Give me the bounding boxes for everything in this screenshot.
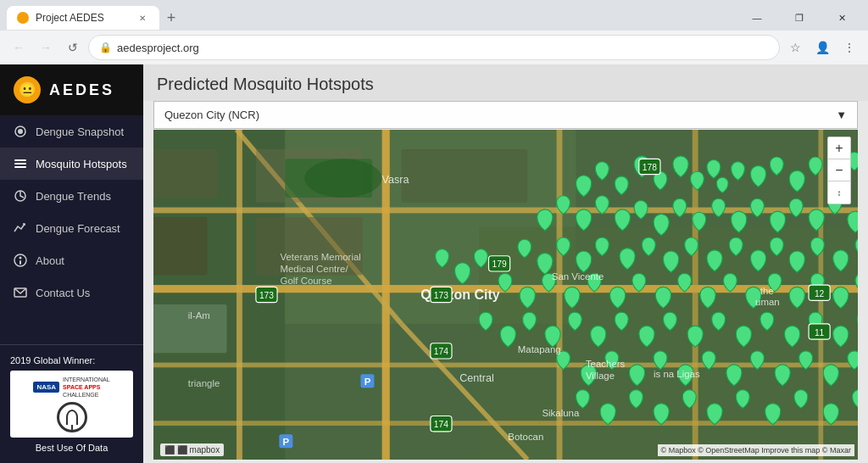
dengue-snapshot-icon xyxy=(14,125,27,138)
new-tab-button[interactable]: + xyxy=(159,6,183,30)
space-apps-badge: INTERNATIONAL SPACE APPS CHALLENGE xyxy=(63,376,110,399)
svg-text:Veterans Memorial: Veterans Memorial xyxy=(280,252,360,262)
logo-text: AEDES xyxy=(49,81,114,99)
svg-rect-3 xyxy=(14,163,26,165)
url-text: aedesproject.org xyxy=(117,42,769,54)
sidebar-nav: Dengue Snapshot Mosquito Hotspots Dengue… xyxy=(0,115,143,344)
minimize-button[interactable]: — xyxy=(737,6,776,30)
svg-text:San Vicente: San Vicente xyxy=(552,271,604,282)
browser-titlebar: Project AEDES ✕ + — ❐ ✕ xyxy=(0,0,868,31)
bookmark-button[interactable]: ☆ xyxy=(783,36,807,59)
svg-text:il-Am: il-Am xyxy=(188,310,210,321)
svg-text:Sikaluna: Sikaluna xyxy=(542,408,580,418)
svg-point-31 xyxy=(304,159,382,198)
profile-button[interactable]: 👤 xyxy=(810,36,834,59)
forward-button[interactable]: → xyxy=(34,36,58,59)
sidebar-item-label: Dengue Snapshot xyxy=(36,126,124,138)
svg-text:174: 174 xyxy=(434,420,448,429)
svg-text:11: 11 xyxy=(815,328,825,337)
sidebar-item-label: About xyxy=(36,254,64,267)
award-best-use: Best Use Of Data xyxy=(10,443,133,453)
svg-text:is na Ligas: is na Ligas xyxy=(654,369,700,379)
tab-favicon xyxy=(17,12,29,24)
svg-rect-4 xyxy=(14,166,26,168)
svg-text:178: 178 xyxy=(643,163,657,172)
tab-title: Project AEDES xyxy=(36,12,104,24)
sidebar-item-dengue-forecast[interactable]: Dengue Forecast xyxy=(0,212,143,244)
app-container: 😐 AEDES Dengue Snapshot Mosquito xyxy=(0,64,868,463)
svg-text:Teachers: Teachers xyxy=(586,359,626,369)
back-button[interactable]: ← xyxy=(7,36,31,59)
svg-text:Medical Centre/: Medical Centre/ xyxy=(280,264,348,274)
tab-close-button[interactable]: ✕ xyxy=(136,11,149,25)
contact-icon xyxy=(14,286,27,299)
svg-text:Botocan: Botocan xyxy=(508,432,543,442)
dengue-forecast-icon xyxy=(14,221,27,235)
refresh-button[interactable]: ↺ xyxy=(61,36,85,59)
address-bar[interactable]: 🔒 aedesproject.org xyxy=(88,35,780,60)
map-svg: Quezon City Vasra Veterans Memorial Medi… xyxy=(153,130,858,460)
dengue-trends-icon xyxy=(14,189,27,203)
svg-text:uman: uman xyxy=(755,297,780,307)
about-icon xyxy=(14,254,27,267)
sidebar-item-about[interactable]: About xyxy=(0,244,143,276)
mosquito-hotspots-icon xyxy=(14,157,27,170)
sidebar-item-label: Contact Us xyxy=(36,287,90,299)
sidebar-item-label: Dengue Forecast xyxy=(36,222,120,235)
svg-rect-2 xyxy=(14,159,26,161)
lock-icon: 🔒 xyxy=(99,42,112,53)
sidebar: 😐 AEDES Dengue Snapshot Mosquito xyxy=(0,64,143,463)
sidebar-item-label: Dengue Trends xyxy=(36,190,111,203)
nasa-badge: NASA xyxy=(33,382,59,393)
zoom-in-button[interactable]: + xyxy=(828,137,850,159)
close-button[interactable]: ✕ xyxy=(822,6,861,30)
browser-tab[interactable]: Project AEDES ✕ xyxy=(7,6,159,30)
chevron-down-icon: ▼ xyxy=(836,109,847,121)
svg-point-6 xyxy=(19,257,22,259)
svg-rect-17 xyxy=(153,421,858,426)
award-badge: NASA INTERNATIONAL SPACE APPS CHALLENGE xyxy=(10,371,133,438)
svg-rect-18 xyxy=(236,130,242,460)
svg-text:179: 179 xyxy=(492,259,506,269)
map-zoom-controls: + − ↕ xyxy=(827,137,851,204)
map-attribution: © Mapbox © OpenStreetMap Improve this ma… xyxy=(658,444,854,456)
menu-button[interactable]: ⋮ xyxy=(837,36,861,59)
svg-rect-25 xyxy=(153,149,217,198)
city-dropdown[interactable]: Quezon City (NCR) ▼ xyxy=(153,101,858,129)
main-header: Predicted Mosquito Hotspots xyxy=(143,64,868,101)
svg-text:triangle: triangle xyxy=(188,378,220,388)
sidebar-item-mosquito-hotspots[interactable]: Mosquito Hotspots xyxy=(0,148,143,180)
svg-text:Village: Village xyxy=(586,371,615,381)
mapbox-logo: ⬛ ⬛ mapbox xyxy=(160,443,224,456)
svg-point-1 xyxy=(18,129,23,134)
svg-text:174: 174 xyxy=(434,347,448,356)
logo-icon: 😐 xyxy=(14,76,41,103)
svg-rect-28 xyxy=(402,149,528,203)
sidebar-item-dengue-snapshot[interactable]: Dengue Snapshot xyxy=(0,115,143,148)
svg-text:173: 173 xyxy=(434,291,448,300)
browser-toolbar: ← → ↺ 🔒 aedesproject.org ☆ 👤 ⋮ xyxy=(0,31,868,64)
sidebar-item-dengue-trends[interactable]: Dengue Trends xyxy=(0,180,143,212)
main-content: Predicted Mosquito Hotspots Quezon City … xyxy=(143,64,868,463)
zoom-out-button[interactable]: − xyxy=(828,159,850,181)
svg-text:Central: Central xyxy=(459,372,494,384)
svg-text:173: 173 xyxy=(259,291,274,300)
maximize-button[interactable]: ❐ xyxy=(780,6,819,30)
sidebar-logo: 😐 AEDES xyxy=(0,64,143,115)
svg-rect-26 xyxy=(153,217,208,276)
svg-text:Vasra: Vasra xyxy=(382,174,409,186)
map-image[interactable]: Quezon City Vasra Veterans Memorial Medi… xyxy=(153,130,858,460)
reset-north-button[interactable]: ↕ xyxy=(828,181,850,204)
svg-text:Golf Course: Golf Course xyxy=(280,276,331,286)
svg-text:P: P xyxy=(364,377,371,387)
svg-text:P: P xyxy=(283,437,290,447)
award-title: 2019 Global Winner: xyxy=(10,355,133,365)
map-container: Quezon City (NCR) ▼ xyxy=(153,101,858,431)
sidebar-item-contact[interactable]: Contact Us xyxy=(0,276,143,309)
sidebar-award: 2019 Global Winner: NASA INTERNATIONAL S… xyxy=(0,344,143,463)
browser-chrome: Project AEDES ✕ + — ❐ ✕ ← → ↺ 🔒 aedespro… xyxy=(0,0,868,64)
page-title: Predicted Mosquito Hotspots xyxy=(157,75,854,94)
svg-text:12: 12 xyxy=(815,289,825,298)
city-dropdown-label: Quezon City (NCR) xyxy=(164,109,259,121)
space-apps-logo-icon xyxy=(57,402,87,432)
